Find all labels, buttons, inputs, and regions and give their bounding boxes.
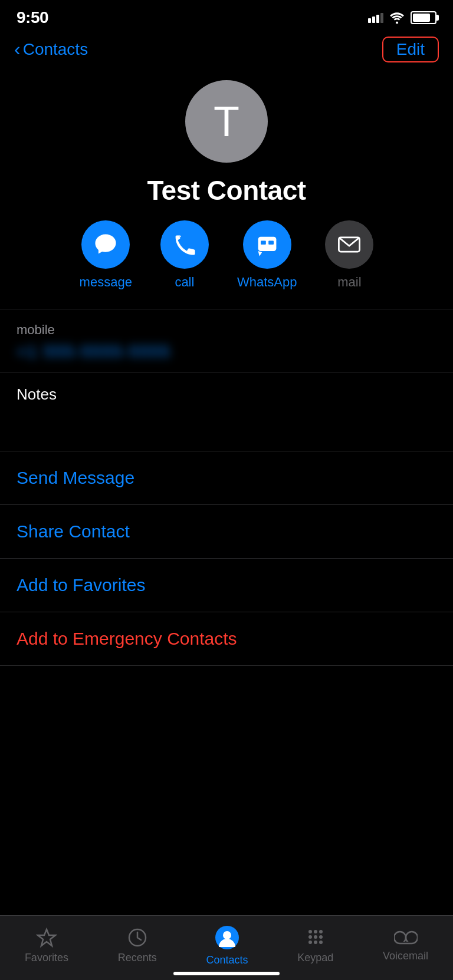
svg-point-12 xyxy=(319,930,323,933)
send-message-label: Send Message xyxy=(17,468,134,487)
mail-icon xyxy=(336,232,362,258)
send-message-item[interactable]: Send Message xyxy=(0,451,453,505)
favorites-tab-icon xyxy=(36,927,57,948)
nav-bar: ‹ Contacts Edit xyxy=(0,32,453,70)
notes-label: Notes xyxy=(17,385,436,404)
share-contact-label: Share Contact xyxy=(17,522,130,541)
svg-point-16 xyxy=(308,941,312,944)
tab-contacts[interactable]: Contacts xyxy=(206,925,248,966)
tab-favorites[interactable]: Favorites xyxy=(25,927,68,964)
call-label: call xyxy=(175,275,194,290)
tab-keypad[interactable]: Keypad xyxy=(297,927,333,964)
keypad-tab-icon xyxy=(305,927,326,948)
mobile-label: mobile xyxy=(17,322,436,338)
avatar-initial: T xyxy=(214,97,239,146)
mail-action: mail xyxy=(325,220,373,290)
svg-point-18 xyxy=(319,941,323,944)
home-indicator xyxy=(173,972,280,975)
add-emergency-item[interactable]: Add to Emergency Contacts xyxy=(0,612,453,666)
status-time: 9:50 xyxy=(17,8,48,27)
tab-bar: Favorites Recents Contacts Keypad xyxy=(0,915,453,980)
svg-point-9 xyxy=(223,931,231,939)
whatsapp-label: WhatsApp xyxy=(237,275,297,290)
call-icon xyxy=(172,232,198,258)
edit-button[interactable]: Edit xyxy=(382,37,439,62)
action-buttons: message call WhatsApp xyxy=(80,220,374,290)
tab-recents[interactable]: Recents xyxy=(118,927,157,964)
call-action: call xyxy=(160,220,209,290)
svg-point-13 xyxy=(308,935,312,939)
action-list: Send Message Share Contact Add to Favori… xyxy=(0,451,453,666)
contact-name: Test Contact xyxy=(147,174,306,206)
bottom-spacer xyxy=(0,666,453,801)
contact-header: T Test Contact message call xyxy=(0,70,453,309)
status-bar: 9:50 xyxy=(0,0,453,32)
voicemail-tab-icon xyxy=(394,929,418,946)
mail-button[interactable] xyxy=(325,220,373,269)
phone-number[interactable]: +1 555-5555-5555 xyxy=(17,342,436,361)
mail-label: mail xyxy=(337,275,361,290)
svg-point-15 xyxy=(319,935,323,939)
message-label: message xyxy=(80,275,132,290)
back-label: Contacts xyxy=(23,40,88,59)
battery-icon xyxy=(411,11,436,24)
tab-voicemail[interactable]: Voicemail xyxy=(383,929,428,962)
svg-point-0 xyxy=(396,22,398,24)
call-button[interactable] xyxy=(160,220,209,269)
svg-marker-2 xyxy=(258,251,262,256)
back-chevron-icon: ‹ xyxy=(14,39,21,58)
message-icon xyxy=(93,232,119,258)
add-favorites-item[interactable]: Add to Favorites xyxy=(0,559,453,612)
whatsapp-action: WhatsApp xyxy=(237,220,297,290)
recents-tab-label: Recents xyxy=(118,952,157,964)
mobile-info-section: mobile +1 555-5555-5555 xyxy=(0,309,453,372)
svg-point-10 xyxy=(308,930,312,933)
back-button[interactable]: ‹ Contacts xyxy=(14,40,88,59)
svg-point-11 xyxy=(314,930,317,933)
recents-tab-icon xyxy=(127,927,148,948)
notes-section: Notes xyxy=(0,372,453,451)
message-action: message xyxy=(80,220,132,290)
svg-point-17 xyxy=(314,941,317,944)
svg-rect-4 xyxy=(268,240,274,245)
avatar: T xyxy=(185,80,268,163)
keypad-tab-label: Keypad xyxy=(297,952,333,964)
voicemail-tab-label: Voicemail xyxy=(383,950,428,962)
status-icons xyxy=(368,11,436,24)
svg-point-14 xyxy=(314,935,317,939)
add-emergency-label: Add to Emergency Contacts xyxy=(17,629,237,648)
svg-rect-3 xyxy=(261,240,266,245)
contacts-tab-label: Contacts xyxy=(206,954,248,966)
message-button[interactable] xyxy=(81,220,130,269)
signal-icon xyxy=(368,13,383,23)
share-contact-item[interactable]: Share Contact xyxy=(0,505,453,559)
whatsapp-icon xyxy=(254,232,280,258)
contacts-tab-icon xyxy=(214,925,240,951)
svg-marker-6 xyxy=(38,929,55,946)
add-favorites-label: Add to Favorites xyxy=(17,575,145,595)
wifi-icon xyxy=(389,12,405,24)
favorites-tab-label: Favorites xyxy=(25,952,68,964)
whatsapp-button[interactable] xyxy=(243,220,291,269)
